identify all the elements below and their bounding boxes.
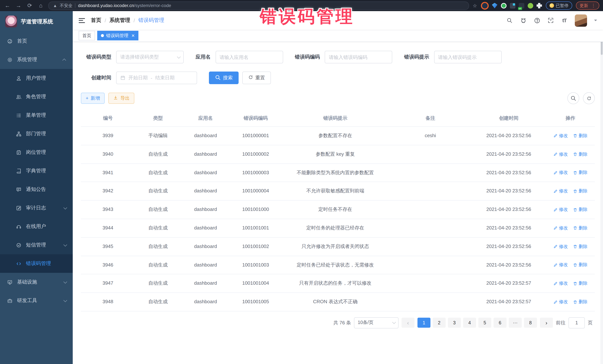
edit-link[interactable]: 修改 <box>553 206 568 213</box>
sidebar-item-错误码管理[interactable]: 错误码管理 <box>0 254 73 273</box>
back-icon[interactable]: ← <box>4 0 11 11</box>
cell-time: 2021-04-20 23:52:56 <box>471 164 546 182</box>
close-tab-icon[interactable]: ✕ <box>131 33 135 38</box>
sidebar-item-短信管理[interactable]: 短信管理 <box>0 236 73 254</box>
extension-icon[interactable] <box>510 3 515 8</box>
breadcrumb-item[interactable]: 首页 <box>91 17 101 24</box>
chevron-down-icon[interactable] <box>594 20 597 22</box>
page-button-3[interactable]: 3 <box>448 318 461 328</box>
extension-icon[interactable] <box>527 3 533 8</box>
export-button[interactable]: 导出 <box>109 93 135 104</box>
extension-icon[interactable] <box>492 3 498 8</box>
extensions-puzzle-icon[interactable] <box>536 3 542 8</box>
add-button[interactable]: + 新增 <box>81 93 105 104</box>
page-button-1[interactable]: 1 <box>417 318 430 328</box>
bookmark-star-icon[interactable]: ☆ <box>473 3 477 8</box>
page-size-select[interactable]: 10条/页 <box>354 317 399 328</box>
sidebar-item-基础设施[interactable]: 基础设施 <box>0 273 73 291</box>
cell-type: 自动生成 <box>135 219 181 237</box>
error-type-select[interactable]: 请选择错误码类型 <box>116 51 184 63</box>
page-button-4[interactable]: 4 <box>463 318 476 328</box>
cell-time: 2021-04-20 23:52:57 <box>471 274 546 293</box>
goto-page-input[interactable]: 1 <box>568 317 585 328</box>
cell-id: 3947 <box>81 274 135 293</box>
github-icon[interactable] <box>520 17 527 24</box>
search-button[interactable]: 搜索 <box>209 72 239 84</box>
filter-input[interactable] <box>434 54 501 60</box>
filter-input[interactable] <box>325 54 392 60</box>
delete-link[interactable]: 删除 <box>573 188 587 195</box>
home-icon[interactable]: ⌂ <box>37 0 45 11</box>
sidebar-item-角色管理[interactable]: 角色管理 <box>0 88 73 106</box>
profile-paused-pill[interactable]: 已暂停 <box>546 1 572 10</box>
edit-link[interactable]: 修改 <box>553 243 568 250</box>
sidebar-item-系统管理[interactable]: 系统管理 <box>0 50 73 69</box>
avatar[interactable] <box>575 14 587 26</box>
delete-link[interactable]: 删除 <box>573 298 587 305</box>
tab-首页[interactable]: 首页 <box>79 31 95 40</box>
forward-icon[interactable]: → <box>15 0 22 11</box>
delete-link[interactable]: 删除 <box>573 132 587 139</box>
prev-page-button[interactable]: ‹ <box>402 318 415 328</box>
app-title: 芋道管理系统 <box>21 18 53 25</box>
edit-link[interactable]: 修改 <box>553 262 568 269</box>
sidebar-item-岗位管理[interactable]: 岗位管理 <box>0 143 73 162</box>
edit-link[interactable]: 修改 <box>553 225 568 232</box>
sidebar-item-首页[interactable]: 首页 <box>0 32 73 50</box>
cell-id: 3940 <box>81 145 135 164</box>
filter-input[interactable] <box>216 54 283 60</box>
sidebar-item-label: 短信管理 <box>26 242 46 248</box>
sidebar-item-在线用户[interactable]: 在线用户 <box>0 217 73 236</box>
reset-button[interactable]: 重置 <box>242 72 271 84</box>
edit-link[interactable]: 修改 <box>553 151 568 158</box>
help-icon[interactable] <box>533 17 540 24</box>
edit-link[interactable]: 修改 <box>553 298 568 305</box>
delete-link[interactable]: 删除 <box>573 225 587 232</box>
extension-icon-on-badge[interactable] <box>519 3 524 8</box>
delete-link[interactable]: 删除 <box>573 243 587 250</box>
browser-menu-icon[interactable]: ⋮ <box>591 3 596 8</box>
delete-link[interactable]: 删除 <box>573 151 587 158</box>
sidebar-item-通知公告[interactable]: 通知公告 <box>0 180 73 199</box>
extension-icon[interactable] <box>481 2 488 10</box>
breadcrumb-item: 错误码管理 <box>139 17 164 24</box>
browser-update-button[interactable]: 更新 ⋮ <box>576 1 599 10</box>
address-bar[interactable]: ▲ 不安全 dashboard.yudao.iocoder.cn/system/… <box>48 1 469 10</box>
delete-link[interactable]: 删除 <box>573 169 587 176</box>
cell-code: 1001000003 <box>230 164 281 182</box>
page-button-6[interactable]: 6 <box>494 318 507 328</box>
delete-link[interactable]: 删除 <box>573 206 587 213</box>
search-icon[interactable] <box>506 17 513 24</box>
sidebar-item-研发工具[interactable]: 研发工具 <box>0 291 73 310</box>
delete-link[interactable]: 删除 <box>573 262 587 269</box>
sidebar-item-字典管理[interactable]: 字典管理 <box>0 162 73 180</box>
sidebar-item-用户管理[interactable]: 用户管理 <box>0 69 73 88</box>
edit-link[interactable]: 修改 <box>553 169 568 176</box>
reload-icon[interactable]: ⟳ <box>26 0 33 11</box>
refresh-table-icon-button[interactable] <box>583 92 595 104</box>
sidebar-item-部门管理[interactable]: 部门管理 <box>0 124 73 143</box>
extension-icon[interactable] <box>501 3 506 8</box>
edit-link[interactable]: 修改 <box>553 188 568 195</box>
breadcrumb-item[interactable]: 系统管理 <box>109 17 130 24</box>
chevron-down-icon <box>63 280 67 283</box>
column-header: 操作 <box>546 110 595 127</box>
sidebar-collapse-icon[interactable] <box>79 18 85 23</box>
fullscreen-icon[interactable] <box>547 17 554 24</box>
edit-link[interactable]: 修改 <box>553 280 568 287</box>
page-button-8[interactable]: 8 <box>524 318 537 328</box>
date-range-picker[interactable]: 开始日期 - 结束日期 <box>116 72 197 84</box>
font-size-icon[interactable]: tT <box>561 17 568 24</box>
tab-错误码管理[interactable]: 错误码管理✕ <box>97 31 139 40</box>
delete-link[interactable]: 删除 <box>573 280 587 287</box>
edit-link[interactable]: 修改 <box>553 132 568 139</box>
sidebar-item-菜单管理[interactable]: 菜单管理 <box>0 106 73 124</box>
page-button-5[interactable]: 5 <box>478 318 491 328</box>
sidebar-item-审计日志[interactable]: 审计日志 <box>0 199 73 217</box>
window-scrollbar[interactable] <box>600 11 603 364</box>
next-page-button[interactable]: › <box>540 318 553 328</box>
page-ellipsis[interactable]: ··· <box>509 318 522 328</box>
page-button-2[interactable]: 2 <box>433 318 446 328</box>
show-search-icon-button[interactable] <box>567 92 579 104</box>
cell-ops: 修改 删除 <box>546 274 595 293</box>
